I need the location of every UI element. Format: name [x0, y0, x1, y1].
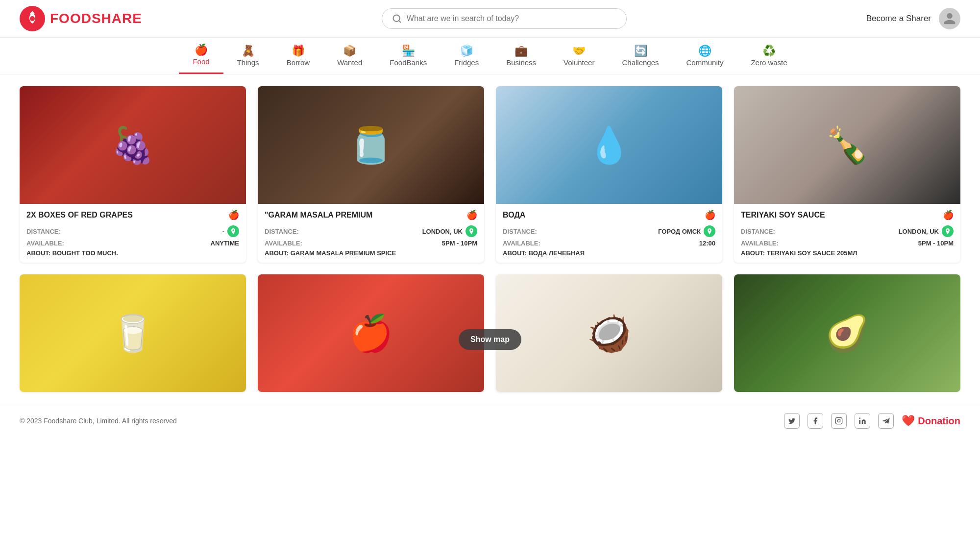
card-distance-grapes: DISTANCE: - [26, 225, 239, 237]
card-available-grapes: AVAILABLE: ANYTIME [26, 240, 239, 247]
available-value-sauce: 5PM - 10PM [918, 240, 954, 247]
search-input[interactable] [407, 14, 616, 23]
nav-label-challenges: Challenges [622, 58, 659, 67]
nav-item-things[interactable]: 🧸 Things [223, 39, 273, 73]
foodbanks-nav-icon: 🏪 [402, 46, 415, 56]
search-area [152, 8, 857, 29]
heart-icon: ❤️ [902, 414, 915, 427]
nav-item-wanted[interactable]: 📦 Wanted [323, 39, 376, 73]
card-distance-sauce: DISTANCE: LONDON, UK [741, 225, 954, 237]
nav-label-volunteer: Volunteer [564, 58, 594, 67]
header: FOODSHARE Become a Sharer [0, 0, 980, 38]
card-coconut[interactable]: 🥥 [496, 274, 722, 392]
distance-value-masala: LONDON, UK [422, 225, 477, 237]
available-value-grapes: ANYTIME [211, 240, 240, 247]
card-available-water: AVAILABLE: 12:00 [503, 240, 715, 247]
card-available-sauce: AVAILABLE: 5PM - 10PM [741, 240, 954, 247]
card-sauce[interactable]: 🍾 TERIYAKI SOY SAUCE 🍎 DISTANCE: LONDON,… [734, 86, 960, 263]
search-icon [392, 14, 402, 24]
cards-row1: 🍇 2X BOXES OF RED GRAPES 🍎 DISTANCE: - [20, 86, 960, 263]
donation-button[interactable]: ❤️ Donation [902, 414, 960, 427]
card-image-avocado: 🥑 [734, 274, 960, 392]
nav-item-volunteer[interactable]: 🤝 Volunteer [550, 39, 608, 73]
things-nav-icon: 🧸 [242, 46, 255, 56]
nav-item-business[interactable]: 💼 Business [492, 39, 550, 73]
linkedin-icon[interactable] [855, 413, 870, 429]
card-title-row-water: ВОДА 🍎 [503, 210, 715, 220]
nav-label-zerowaste: Zero waste [751, 58, 787, 67]
card-image-masala: 🫙 [258, 86, 484, 204]
distance-value-water: ГОРОД ОМСК [658, 225, 715, 237]
nav-item-challenges[interactable]: 🔄 Challenges [608, 39, 672, 73]
card-title-sauce: TERIYAKI SOY SAUCE [741, 211, 939, 219]
card-about-sauce: ABOUT: TERIYAKI SOY SAUCE 205МЛ [741, 249, 954, 257]
challenges-nav-icon: 🔄 [634, 46, 647, 56]
twitter-icon[interactable] [784, 413, 800, 429]
available-value-masala: 5PM - 10PM [442, 240, 477, 247]
card-grapes[interactable]: 🍇 2X BOXES OF RED GRAPES 🍎 DISTANCE: - [20, 86, 246, 263]
borrow-nav-icon: 🎁 [292, 46, 305, 56]
card-title-masala: "GARAM MASALA PREMIUM [265, 211, 463, 219]
search-bar [382, 8, 627, 29]
card-image-nesquik: 🥛 [20, 274, 246, 392]
nav-label-community: Community [686, 58, 724, 67]
footer-copyright: © 2023 Foodshare Club, Limited. All righ… [20, 417, 177, 425]
logo[interactable]: FOODSHARE [20, 6, 142, 31]
location-dot-water [704, 225, 715, 237]
fridges-nav-icon: 🧊 [460, 46, 473, 56]
available-label-grapes: AVAILABLE: [26, 240, 64, 247]
logo-icon [20, 6, 45, 31]
volunteer-nav-icon: 🤝 [572, 46, 586, 56]
nav-item-community[interactable]: 🌐 Community [673, 39, 737, 73]
card-body-grapes: 2X BOXES OF RED GRAPES 🍎 DISTANCE: - AVA… [20, 204, 246, 263]
svg-point-7 [859, 417, 861, 419]
become-sharer-button[interactable]: Become a Sharer [866, 14, 931, 24]
available-label-sauce: AVAILABLE: [741, 240, 779, 247]
card-masala[interactable]: 🫙 "GARAM MASALA PREMIUM 🍎 DISTANCE: LOND… [258, 86, 484, 263]
header-right: Become a Sharer [866, 8, 960, 29]
available-value-water: 12:00 [699, 240, 715, 247]
card-about-water: ABOUT: ВОДА ЛЕЧЕБНАЯ [503, 249, 715, 257]
telegram-icon[interactable] [878, 413, 894, 429]
location-dot-sauce [942, 225, 954, 237]
card-body-water: ВОДА 🍎 DISTANCE: ГОРОД ОМСК AVAILABLE: 1… [496, 204, 722, 263]
card-title-grapes: 2X BOXES OF RED GRAPES [26, 211, 224, 219]
card-available-masala: AVAILABLE: 5PM - 10PM [265, 240, 477, 247]
show-map-button[interactable]: Show map [459, 329, 521, 350]
card-water[interactable]: 💧 ВОДА 🍎 DISTANCE: ГОРОД ОМСК A [496, 86, 722, 263]
card-apples[interactable]: 🍎 [258, 274, 484, 392]
nav-label-wanted: Wanted [337, 58, 362, 67]
svg-rect-4 [836, 417, 842, 424]
card-avocado[interactable]: 🥑 [734, 274, 960, 392]
nav-item-zerowaste[interactable]: ♻️ Zero waste [737, 39, 801, 73]
card-title-row-masala: "GARAM MASALA PREMIUM 🍎 [265, 210, 477, 220]
nav-item-borrow[interactable]: 🎁 Borrow [273, 39, 324, 73]
nav-label-business: Business [506, 58, 536, 67]
nav-item-foodbanks[interactable]: 🏪 FoodBanks [376, 39, 441, 73]
card-about-grapes: ABOUT: BOUGHT TOO MUCH. [26, 249, 239, 257]
card-nesquik[interactable]: 🥛 [20, 274, 246, 392]
svg-line-3 [399, 21, 401, 23]
food-nav-icon: 🍎 [195, 45, 208, 55]
nav-label-fridges: Fridges [454, 58, 479, 67]
distance-value-grapes: - [222, 225, 239, 237]
user-avatar[interactable] [939, 8, 960, 29]
available-label-masala: AVAILABLE: [265, 240, 302, 247]
footer: © 2023 Foodshare Club, Limited. All righ… [0, 404, 980, 438]
instagram-icon[interactable] [831, 413, 847, 429]
nav-item-fridges[interactable]: 🧊 Fridges [441, 39, 492, 73]
distance-label-grapes: DISTANCE: [26, 228, 61, 235]
available-label-water: AVAILABLE: [503, 240, 540, 247]
nav-item-food[interactable]: 🍎 Food [179, 38, 223, 74]
card-body-masala: "GARAM MASALA PREMIUM 🍎 DISTANCE: LONDON… [258, 204, 484, 263]
distance-label-masala: DISTANCE: [265, 228, 299, 235]
food-badge-water: 🍎 [705, 210, 715, 220]
distance-label-sauce: DISTANCE: [741, 228, 775, 235]
distance-value-sauce: LONDON, UK [899, 225, 954, 237]
facebook-icon[interactable] [808, 413, 823, 429]
svg-point-1 [30, 16, 35, 21]
main-content: 🍇 2X BOXES OF RED GRAPES 🍎 DISTANCE: - [0, 74, 980, 404]
card-image-coconut: 🥥 [496, 274, 722, 392]
distance-label-water: DISTANCE: [503, 228, 537, 235]
food-badge-grapes: 🍎 [228, 210, 239, 220]
